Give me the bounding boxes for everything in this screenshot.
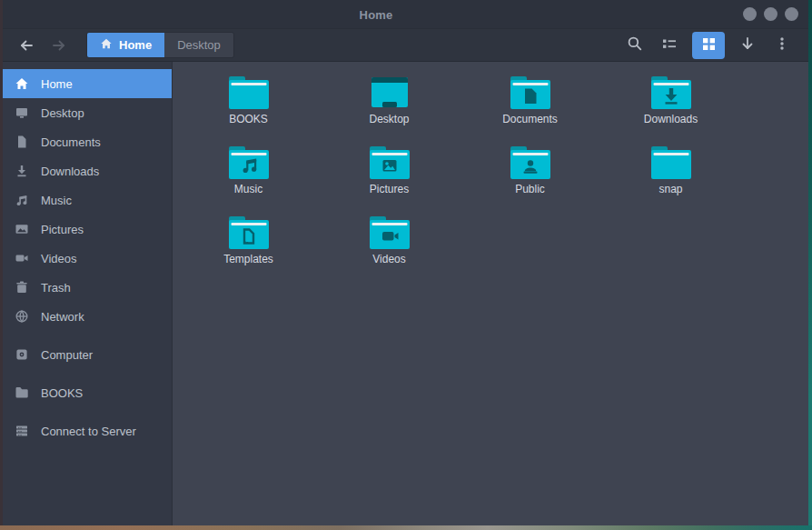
- folder-icon: [228, 215, 270, 250]
- folder-label: Public: [515, 183, 545, 195]
- sidebar-item-label: Network: [41, 310, 84, 324]
- sidebar-item-label: BOOKS: [41, 386, 83, 400]
- folder-icon: [228, 145, 270, 180]
- folder-label: BOOKS: [229, 113, 268, 125]
- desktop-edge-right: [808, 0, 812, 530]
- folder-icon: [15, 385, 29, 400]
- sidebar-item-documents[interactable]: Documents: [3, 127, 172, 156]
- download-icon: [15, 164, 29, 178]
- arrow-left-icon: [18, 37, 35, 54]
- window-controls: [743, 7, 798, 21]
- window-button-2[interactable]: [764, 7, 777, 21]
- picture-icon: [15, 222, 29, 236]
- sidebar-item-desktop[interactable]: Desktop: [3, 98, 172, 127]
- folder-icon: [650, 75, 692, 110]
- home-icon: [15, 76, 29, 91]
- folder-pictures[interactable]: Pictures: [319, 141, 460, 211]
- folder-documents[interactable]: Documents: [460, 71, 600, 141]
- home-icon: [100, 37, 113, 53]
- desktop-icon: [15, 105, 29, 120]
- grid-view-icon: [703, 37, 715, 54]
- folder-icon: [369, 145, 411, 180]
- breadcrumb: Home Desktop: [86, 32, 234, 58]
- window-title: Home: [360, 7, 393, 21]
- sidebar-item-label: Trash: [41, 281, 71, 295]
- sidebar-item-label: Connect to Server: [41, 425, 136, 438]
- folder-label: Templates: [223, 253, 273, 265]
- folder-label: Videos: [372, 253, 405, 265]
- file-view[interactable]: BOOKS Desktop Documents: [173, 62, 808, 525]
- sidebar-item-trash[interactable]: Trash: [3, 273, 172, 302]
- sidebar-item-music[interactable]: Music: [3, 185, 172, 215]
- folder-icon: [369, 215, 411, 250]
- folder-icon: [510, 75, 551, 110]
- folder-label: Downloads: [644, 113, 698, 125]
- search-button[interactable]: [621, 32, 649, 59]
- sidebar-item-label: Home: [41, 77, 73, 91]
- sidebar: Home Desktop Documents Downloads: [3, 62, 173, 525]
- folder-public[interactable]: Public: [460, 141, 600, 211]
- breadcrumb-home-label: Home: [119, 38, 152, 52]
- folder-icon: [650, 145, 692, 180]
- sidebar-item-label: Pictures: [41, 223, 84, 236]
- back-button[interactable]: [14, 33, 39, 58]
- file-manager-window: Home Home Desktop: [3, 0, 808, 525]
- folder-downloads[interactable]: Downloads: [600, 71, 741, 141]
- music-icon: [15, 193, 29, 207]
- computer-icon: [15, 347, 29, 362]
- sidebar-item-label: Music: [41, 194, 72, 207]
- sidebar-item-home[interactable]: Home: [3, 69, 172, 98]
- list-view-icon: [661, 35, 678, 55]
- folder-label: snap: [659, 183, 682, 195]
- network-icon: [15, 309, 29, 324]
- sidebar-item-network[interactable]: Network: [3, 302, 172, 331]
- breadcrumb-home-button[interactable]: Home: [87, 33, 164, 57]
- grid-view-button[interactable]: [692, 32, 725, 59]
- menu-button[interactable]: [768, 32, 796, 59]
- folder-icon: [510, 145, 551, 180]
- folder-label: Music: [234, 183, 262, 195]
- window-button-1[interactable]: [743, 7, 757, 21]
- sidebar-item-label: Desktop: [41, 106, 84, 120]
- breadcrumb-desktop-label: Desktop: [177, 38, 221, 52]
- download-arrow-icon: [739, 35, 756, 55]
- toolbar: Home Desktop: [3, 29, 808, 62]
- breadcrumb-desktop-button[interactable]: Desktop: [164, 33, 233, 57]
- sidebar-item-label: Computer: [41, 348, 93, 362]
- folder-desktop[interactable]: Desktop: [319, 71, 460, 141]
- sidebar-item-connect-to-server[interactable]: Connect to Server: [3, 416, 172, 445]
- video-icon: [15, 251, 29, 265]
- desktop-wallpaper-strip: [0, 525, 812, 530]
- sidebar-item-pictures[interactable]: Pictures: [3, 215, 172, 244]
- monitor-icon: [369, 75, 411, 110]
- folder-grid: BOOKS Desktop Documents: [178, 71, 808, 281]
- folder-label: Documents: [502, 113, 558, 125]
- folder-music[interactable]: Music: [178, 141, 319, 211]
- download-arrow-button[interactable]: [734, 32, 761, 59]
- sidebar-item-downloads[interactable]: Downloads: [3, 156, 172, 185]
- search-icon: [627, 35, 643, 55]
- titlebar[interactable]: Home: [3, 0, 808, 29]
- folder-label: Desktop: [369, 113, 409, 125]
- list-view-button[interactable]: [656, 32, 683, 59]
- folder-label: Pictures: [370, 183, 409, 195]
- folder-videos[interactable]: Videos: [319, 211, 460, 281]
- sidebar-item-computer[interactable]: Computer: [3, 340, 172, 369]
- sidebar-item-label: Videos: [41, 252, 77, 265]
- window-button-3[interactable]: [785, 7, 798, 21]
- menu-kebab-icon: [774, 35, 790, 55]
- trash-icon: [15, 280, 29, 295]
- folder-snap[interactable]: snap: [600, 141, 741, 211]
- sidebar-item-videos[interactable]: Videos: [3, 244, 172, 273]
- folder-templates[interactable]: Templates: [178, 211, 319, 281]
- sidebar-item-books[interactable]: BOOKS: [3, 378, 172, 407]
- window-body: Home Desktop Documents Downloads: [3, 62, 808, 525]
- sidebar-item-label: Downloads: [41, 165, 99, 178]
- folder-books[interactable]: BOOKS: [178, 71, 319, 141]
- forward-button[interactable]: [46, 33, 72, 58]
- folder-icon: [228, 75, 270, 110]
- document-icon: [15, 135, 29, 149]
- arrow-right-icon: [51, 37, 67, 54]
- server-icon: [15, 424, 29, 438]
- sidebar-item-label: Documents: [41, 135, 101, 149]
